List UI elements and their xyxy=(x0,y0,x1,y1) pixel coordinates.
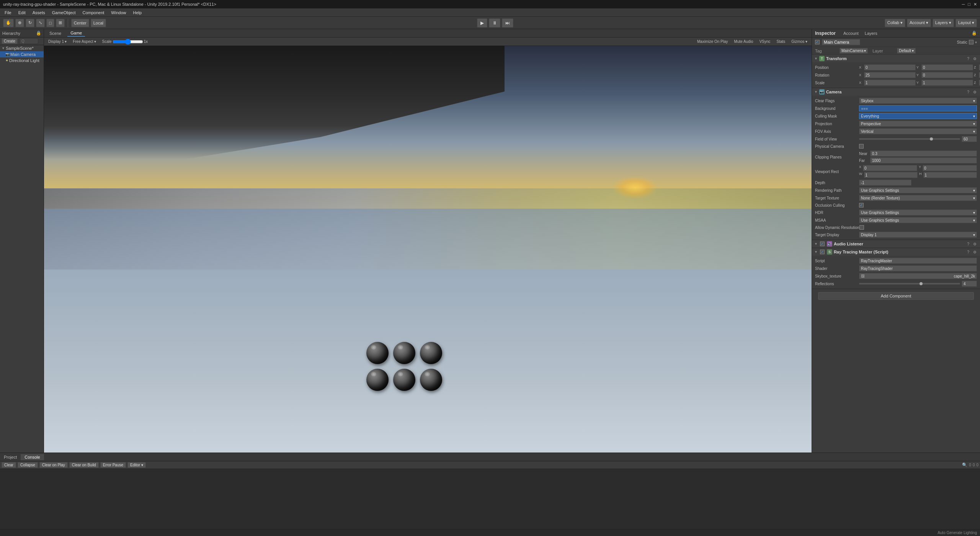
static-checkbox[interactable] xyxy=(969,40,973,44)
audio-listener-header[interactable]: ▼ ✓ 🔊 Audio Listener ? ⚙ xyxy=(812,240,980,248)
menu-edit[interactable]: Edit xyxy=(15,10,29,16)
near-input[interactable] xyxy=(870,150,977,157)
layout-button[interactable]: Layout ▾ xyxy=(956,19,977,27)
hierarchy-search-input[interactable] xyxy=(19,38,38,44)
script-dropdown[interactable]: RayTracingMaster xyxy=(859,258,977,264)
layers-button[interactable]: Layers ▾ xyxy=(933,19,954,27)
account-button[interactable]: Account ▾ xyxy=(907,19,931,27)
projection-dropdown[interactable]: Perspective ▾ xyxy=(859,121,977,127)
menu-help[interactable]: Help xyxy=(130,10,145,16)
far-input[interactable] xyxy=(870,157,977,163)
camera-help-icon[interactable]: ? xyxy=(966,90,970,95)
vp-h-input[interactable] xyxy=(923,172,977,178)
tool-move[interactable]: ⊕ xyxy=(15,19,24,27)
depth-input[interactable] xyxy=(859,180,911,186)
tab-scene[interactable]: Scene xyxy=(46,30,64,36)
maximize-on-play-btn[interactable]: Maximize On Play xyxy=(695,39,730,44)
aspect-selector[interactable]: Free Aspect ▾ xyxy=(71,39,98,44)
fov-slider[interactable] xyxy=(859,138,960,140)
step-button[interactable]: ⏭ xyxy=(502,18,513,28)
maximize-btn[interactable]: □ xyxy=(968,2,970,7)
skybox-texture-dropdown[interactable]: 🖼 cape_hill_2k xyxy=(859,273,977,279)
transform-settings-icon[interactable]: ⚙ xyxy=(972,56,978,61)
rt-enabled-checkbox[interactable]: ✓ xyxy=(820,250,825,254)
console-clear-on-play-btn[interactable]: Clear on Play xyxy=(39,462,68,468)
mute-audio-btn[interactable]: Mute Audio xyxy=(732,39,755,44)
vp-x-input[interactable] xyxy=(863,165,917,171)
play-button[interactable]: ▶ xyxy=(477,18,487,28)
gizmos-btn[interactable]: Gizmos ▾ xyxy=(789,39,809,44)
stats-btn[interactable]: Stats xyxy=(775,39,787,44)
reflections-slider[interactable] xyxy=(859,283,960,284)
allow-dynamic-checkbox[interactable] xyxy=(859,225,864,230)
pos-y-input[interactable] xyxy=(921,64,973,70)
transform-help-icon[interactable]: ? xyxy=(966,56,970,61)
vp-w-input[interactable] xyxy=(864,172,918,178)
vsync-btn[interactable]: VSync xyxy=(758,39,773,44)
scale-y-input[interactable] xyxy=(921,80,973,86)
audio-settings-icon[interactable]: ⚙ xyxy=(972,242,978,247)
scale-x-input[interactable] xyxy=(864,80,916,86)
ray-tracing-header[interactable]: ▼ ✓ S Ray Tracing Master (Script) ? ⚙ xyxy=(812,248,980,256)
display-selector[interactable]: Display 1 ▾ xyxy=(46,39,69,44)
tool-rotate[interactable]: ↻ xyxy=(26,19,34,27)
hierarchy-create-btn[interactable]: Create xyxy=(2,38,18,44)
rot-x-input[interactable] xyxy=(864,72,916,78)
vp-y-input[interactable] xyxy=(923,165,977,171)
pivot-local-btn[interactable]: Local xyxy=(91,19,106,27)
fov-value-input[interactable] xyxy=(962,136,977,142)
audio-help-icon[interactable]: ? xyxy=(966,242,970,247)
pivot-center-btn[interactable]: Center xyxy=(71,19,89,27)
collab-button[interactable]: Collab ▾ xyxy=(885,19,905,27)
hdr-dropdown[interactable]: Use Graphics Settings ▾ xyxy=(859,209,977,216)
scale-slider[interactable] xyxy=(113,39,143,45)
hier-item-directional-light[interactable]: ☀ Directional Light xyxy=(0,57,44,64)
rt-help-icon[interactable]: ? xyxy=(966,250,970,255)
audio-enabled-checkbox[interactable]: ✓ xyxy=(820,242,825,246)
menu-gameobject[interactable]: GameObject xyxy=(49,10,79,16)
bottom-tab-project[interactable]: Project xyxy=(0,454,21,460)
hier-item-sample-scene[interactable]: ▼ SampleScene* xyxy=(0,45,44,51)
tool-scale[interactable]: ⤡ xyxy=(36,19,45,27)
clear-flags-dropdown[interactable]: Skybox ▾ xyxy=(859,98,977,104)
console-clear-btn[interactable]: Clear xyxy=(2,462,16,468)
msaa-dropdown[interactable]: Use Graphics Settings ▾ xyxy=(859,217,977,223)
tool-custom[interactable]: ⊞ xyxy=(56,19,65,27)
inspector-lock-icon[interactable]: 🔒 xyxy=(972,31,977,36)
tag-dropdown[interactable]: MainCamera ▾ xyxy=(840,48,868,54)
console-editor-btn[interactable]: Editor ▾ xyxy=(127,462,146,468)
rt-settings-icon[interactable]: ⚙ xyxy=(972,250,978,255)
menu-assets[interactable]: Assets xyxy=(29,10,48,16)
tab-game[interactable]: Game xyxy=(67,30,85,37)
menu-window[interactable]: Window xyxy=(108,10,129,16)
rot-y-input[interactable] xyxy=(921,72,973,78)
shader-dropdown[interactable]: RayTracingShader xyxy=(859,265,977,271)
pos-x-input[interactable] xyxy=(864,64,916,70)
tool-rect[interactable]: □ xyxy=(46,19,54,27)
transform-header[interactable]: ▼ T Transform ? ⚙ xyxy=(812,55,980,62)
physical-camera-checkbox[interactable] xyxy=(859,144,864,149)
bottom-tab-console[interactable]: Console xyxy=(21,454,44,460)
object-name-field[interactable] xyxy=(822,39,860,45)
inspector-tab-layers[interactable]: Layers xyxy=(863,31,879,36)
minimize-btn[interactable]: ─ xyxy=(962,2,965,7)
target-texture-dropdown[interactable]: None (Render Texture) ▾ xyxy=(859,195,977,201)
menu-component[interactable]: Component xyxy=(79,10,107,16)
console-error-pause-btn[interactable]: Error Pause xyxy=(100,462,126,468)
menu-file[interactable]: File xyxy=(2,10,15,16)
camera-header[interactable]: ▼ 📷 Camera ? ⚙ xyxy=(812,88,980,96)
occlusion-culling-checkbox[interactable]: ✓ xyxy=(859,203,864,208)
camera-settings-icon[interactable]: ⚙ xyxy=(972,90,978,95)
rendering-path-dropdown[interactable]: Use Graphics Settings ▾ xyxy=(859,187,977,193)
static-dropdown-icon[interactable]: ▾ xyxy=(975,40,977,44)
hier-item-main-camera[interactable]: 📷 Main Camera xyxy=(0,51,44,57)
layer-dropdown[interactable]: Default ▾ xyxy=(897,48,916,54)
reflections-value-input[interactable] xyxy=(962,281,977,287)
console-collapse-btn[interactable]: Collapse xyxy=(18,462,38,468)
target-display-dropdown[interactable]: Display 1 ▾ xyxy=(859,232,977,238)
inspector-tab-account[interactable]: Account xyxy=(842,31,860,36)
object-enabled-checkbox[interactable]: ✓ xyxy=(815,40,820,44)
close-btn[interactable]: ✕ xyxy=(973,2,977,7)
tool-hand[interactable]: ✋ xyxy=(3,19,14,27)
add-component-button[interactable]: Add Component xyxy=(818,292,974,300)
